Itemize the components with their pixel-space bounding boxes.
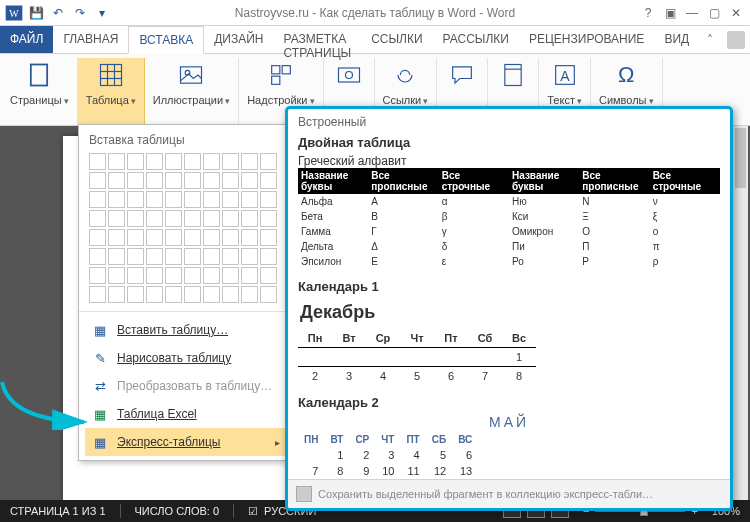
grid-cell[interactable] xyxy=(241,267,258,284)
grid-cell[interactable] xyxy=(241,286,258,303)
grid-cell[interactable] xyxy=(89,286,106,303)
grid-cell[interactable] xyxy=(241,229,258,246)
redo-icon[interactable]: ↷ xyxy=(70,3,90,23)
status-page[interactable]: СТРАНИЦА 1 ИЗ 1 xyxy=(10,505,106,517)
grid-cell[interactable] xyxy=(222,229,239,246)
minimize-icon[interactable]: ― xyxy=(682,3,702,23)
group-table[interactable]: Таблица xyxy=(78,58,145,125)
help-icon[interactable]: ? xyxy=(638,3,658,23)
grid-cell[interactable] xyxy=(108,153,125,170)
grid-cell[interactable] xyxy=(127,172,144,189)
grid-cell[interactable] xyxy=(165,267,182,284)
grid-cell[interactable] xyxy=(222,191,239,208)
panel-footer[interactable]: Сохранить выделенный фрагмент в коллекци… xyxy=(288,479,730,508)
grid-cell[interactable] xyxy=(146,153,163,170)
menu-draw-table[interactable]: ✎ Нарисовать таблицу xyxy=(85,344,286,372)
word-icon[interactable]: W xyxy=(4,3,24,23)
grid-cell[interactable] xyxy=(203,191,220,208)
grid-cell[interactable] xyxy=(260,210,277,227)
grid-cell[interactable] xyxy=(146,286,163,303)
grid-cell[interactable] xyxy=(108,286,125,303)
grid-cell[interactable] xyxy=(89,172,106,189)
tab-design[interactable]: ДИЗАЙН xyxy=(204,26,273,53)
grid-cell[interactable] xyxy=(222,210,239,227)
grid-cell[interactable] xyxy=(146,191,163,208)
grid-cell[interactable] xyxy=(108,191,125,208)
grid-cell[interactable] xyxy=(241,248,258,265)
panel-double-table[interactable]: Двойная таблица xyxy=(298,135,720,150)
tab-review[interactable]: РЕЦЕНЗИРОВАНИЕ xyxy=(519,26,654,53)
grid-cell[interactable] xyxy=(203,267,220,284)
grid-cell[interactable] xyxy=(203,229,220,246)
grid-cell[interactable] xyxy=(89,267,106,284)
vertical-scrollbar[interactable] xyxy=(732,126,748,500)
grid-cell[interactable] xyxy=(184,267,201,284)
grid-cell[interactable] xyxy=(108,267,125,284)
grid-cell[interactable] xyxy=(127,210,144,227)
greek-table[interactable]: Название буквыВсе прописныеВсе строчныеН… xyxy=(298,168,720,269)
tab-view[interactable]: ВИД xyxy=(654,26,699,53)
tab-insert[interactable]: ВСТАВКА xyxy=(128,26,204,54)
tab-file[interactable]: ФАЙЛ xyxy=(0,26,53,53)
grid-cell[interactable] xyxy=(146,248,163,265)
cal1-table[interactable]: ПнВтСрЧтПтСбВс 1 2345678 xyxy=(298,329,536,385)
grid-cell[interactable] xyxy=(260,191,277,208)
grid-cell[interactable] xyxy=(241,191,258,208)
grid-cell[interactable] xyxy=(260,267,277,284)
grid-cell[interactable] xyxy=(203,172,220,189)
grid-cell[interactable] xyxy=(165,153,182,170)
grid-cell[interactable] xyxy=(127,191,144,208)
panel-calendar2[interactable]: Календарь 2 xyxy=(298,395,720,410)
ribbon-display-icon[interactable]: ▣ xyxy=(660,3,680,23)
grid-cell[interactable] xyxy=(184,210,201,227)
grid-cell[interactable] xyxy=(89,229,106,246)
collapse-ribbon-icon[interactable]: ˄ xyxy=(707,33,713,47)
grid-cell[interactable] xyxy=(89,210,106,227)
grid-cell[interactable] xyxy=(184,191,201,208)
grid-cell[interactable] xyxy=(184,172,201,189)
grid-cell[interactable] xyxy=(89,153,106,170)
grid-cell[interactable] xyxy=(203,248,220,265)
grid-cell[interactable] xyxy=(184,286,201,303)
group-pages[interactable]: Страницы xyxy=(2,58,78,125)
grid-cell[interactable] xyxy=(146,210,163,227)
grid-cell[interactable] xyxy=(203,210,220,227)
grid-cell[interactable] xyxy=(127,267,144,284)
grid-cell[interactable] xyxy=(241,210,258,227)
menu-excel-table[interactable]: ▦ Таблица Excel xyxy=(85,400,286,428)
status-words[interactable]: ЧИСЛО СЛОВ: 0 xyxy=(135,505,220,517)
grid-cell[interactable] xyxy=(222,286,239,303)
grid-cell[interactable] xyxy=(165,286,182,303)
menu-insert-table[interactable]: ▦ Вставить таблицу… xyxy=(85,316,286,344)
grid-cell[interactable] xyxy=(127,153,144,170)
tab-home[interactable]: ГЛАВНАЯ xyxy=(53,26,128,53)
grid-cell[interactable] xyxy=(165,172,182,189)
grid-cell[interactable] xyxy=(184,229,201,246)
grid-cell[interactable] xyxy=(165,248,182,265)
grid-cell[interactable] xyxy=(108,172,125,189)
grid-cell[interactable] xyxy=(260,153,277,170)
restore-icon[interactable]: ▢ xyxy=(704,3,724,23)
grid-cell[interactable] xyxy=(222,153,239,170)
undo-icon[interactable]: ↶ xyxy=(48,3,68,23)
grid-cell[interactable] xyxy=(89,191,106,208)
grid-cell[interactable] xyxy=(89,248,106,265)
close-icon[interactable]: ✕ xyxy=(726,3,746,23)
panel-calendar1[interactable]: Календарь 1 xyxy=(298,279,720,294)
grid-cell[interactable] xyxy=(241,153,258,170)
group-illustrations[interactable]: Иллюстрации xyxy=(145,58,239,125)
grid-cell[interactable] xyxy=(260,229,277,246)
grid-cell[interactable] xyxy=(203,286,220,303)
grid-cell[interactable] xyxy=(165,210,182,227)
grid-cell[interactable] xyxy=(184,248,201,265)
grid-cell[interactable] xyxy=(146,267,163,284)
grid-cell[interactable] xyxy=(260,248,277,265)
tab-layout[interactable]: РАЗМЕТКА СТРАНИЦЫ xyxy=(274,26,362,53)
grid-cell[interactable] xyxy=(127,286,144,303)
grid-cell[interactable] xyxy=(222,267,239,284)
grid-cell[interactable] xyxy=(165,229,182,246)
qat-customize-icon[interactable]: ▾ xyxy=(92,3,112,23)
grid-cell[interactable] xyxy=(260,286,277,303)
cal2-table[interactable]: ПНВТСРЧТПТСБВС 1234567891011121314151617… xyxy=(298,432,478,479)
grid-cell[interactable] xyxy=(108,229,125,246)
